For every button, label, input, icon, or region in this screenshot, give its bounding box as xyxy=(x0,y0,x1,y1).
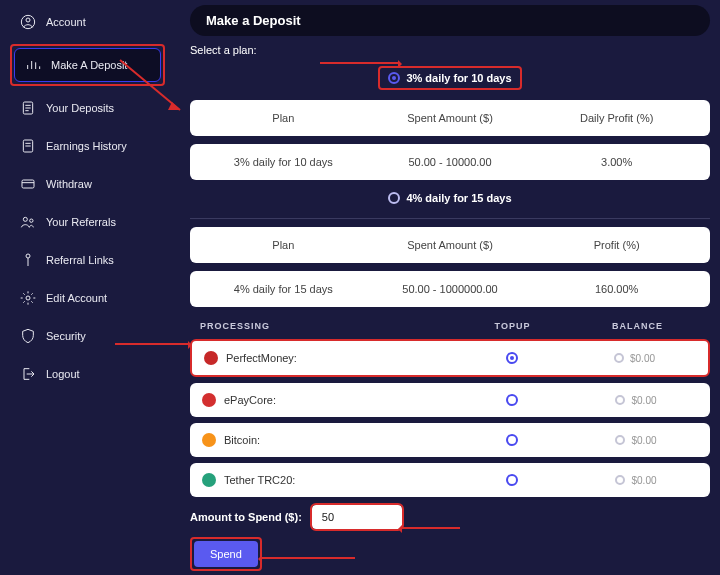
perfectmoney-icon xyxy=(204,351,218,365)
sidebar-item-referrals[interactable]: Your Referrals xyxy=(10,206,165,238)
processing-row-tether[interactable]: Tether TRC20: $0.00 xyxy=(190,463,710,497)
radio-icon xyxy=(506,394,518,406)
col-profit: Profit (%) xyxy=(533,239,700,251)
plan1-radio-bar: 3% daily for 10 days xyxy=(190,66,710,90)
select-plan-label: Select a plan: xyxy=(190,44,710,56)
processing-header: PROCESSING TOPUP BALANCE xyxy=(190,315,710,339)
col-plan: Plan xyxy=(200,239,367,251)
cell-plan: 4% daily for 15 days xyxy=(200,283,367,295)
gear-icon xyxy=(20,290,36,306)
sidebar-item-logout[interactable]: Logout xyxy=(10,358,165,390)
proc-name: ePayCore: xyxy=(224,394,276,406)
balance-radio[interactable]: $0.00 xyxy=(574,395,698,406)
plan1-radio-label: 3% daily for 10 days xyxy=(406,72,511,84)
radio-icon xyxy=(614,353,624,363)
bars-icon xyxy=(25,57,41,73)
col-spent: Spent Amount ($) xyxy=(367,112,534,124)
epaycore-icon xyxy=(202,393,216,407)
plan1-row-table: 3% daily for 10 days 50.00 - 10000.00 3.… xyxy=(190,144,710,180)
sidebar-item-label: Earnings History xyxy=(46,140,127,152)
balance-radio[interactable]: $0.00 xyxy=(574,475,698,486)
balance-radio[interactable]: $0.00 xyxy=(573,353,696,364)
proc-name: PerfectMoney: xyxy=(226,352,297,364)
sidebar-item-account[interactable]: Account xyxy=(10,6,165,38)
sidebar-item-label: Referral Links xyxy=(46,254,114,266)
radio-icon xyxy=(506,352,518,364)
table-header: Plan Spent Amount ($) Profit (%) xyxy=(190,227,710,263)
processing-row-epaycore[interactable]: ePayCore: $0.00 xyxy=(190,383,710,417)
annotation-arrow xyxy=(320,62,400,64)
main-content: Make a Deposit Select a plan: 3% daily f… xyxy=(190,5,710,571)
amount-row: Amount to Spend ($): xyxy=(190,505,710,529)
cell-spent: 50.00 - 1000000.00 xyxy=(367,283,534,295)
logout-icon xyxy=(20,366,36,382)
plan2-radio-label: 4% daily for 15 days xyxy=(406,192,511,204)
processing-row-perfectmoney[interactable]: PerfectMoney: $0.00 xyxy=(190,339,710,377)
proc-name: Tether TRC20: xyxy=(224,474,295,486)
cell-profit: 3.00% xyxy=(533,156,700,168)
sidebar-item-security[interactable]: Security xyxy=(10,320,165,352)
table-row: 3% daily for 10 days 50.00 - 10000.00 3.… xyxy=(190,144,710,180)
radio-icon xyxy=(615,395,625,405)
radio-dot-icon xyxy=(388,192,400,204)
sidebar-item-earnings[interactable]: Earnings History xyxy=(10,130,165,162)
radio-icon xyxy=(506,474,518,486)
balance-value: $0.00 xyxy=(631,395,656,406)
amount-input[interactable] xyxy=(312,505,402,529)
cell-plan: 3% daily for 10 days xyxy=(200,156,367,168)
svg-line-9 xyxy=(120,60,180,110)
col-spent: Spent Amount ($) xyxy=(367,239,534,251)
radio-icon xyxy=(615,435,625,445)
balance-radio[interactable]: $0.00 xyxy=(574,435,698,446)
sidebar-item-label: Withdraw xyxy=(46,178,92,190)
history-icon xyxy=(20,138,36,154)
page-title: Make a Deposit xyxy=(190,5,710,36)
col-topup: TOPUP xyxy=(450,321,575,331)
annotation-arrow xyxy=(400,527,460,529)
bitcoin-icon xyxy=(202,433,216,447)
proc-name: Bitcoin: xyxy=(224,434,260,446)
sidebar-item-label: Account xyxy=(46,16,86,28)
sidebar-item-referral-links[interactable]: Referral Links xyxy=(10,244,165,276)
document-icon xyxy=(20,100,36,116)
amount-label: Amount to Spend ($): xyxy=(190,511,302,523)
sidebar-item-withdraw[interactable]: Withdraw xyxy=(10,168,165,200)
topup-radio[interactable] xyxy=(450,434,574,446)
col-plan: Plan xyxy=(200,112,367,124)
sidebar-item-label: Logout xyxy=(46,368,80,380)
svg-point-1 xyxy=(26,18,30,22)
svg-point-5 xyxy=(23,217,27,221)
sidebar-item-edit-account[interactable]: Edit Account xyxy=(10,282,165,314)
col-profit: Daily Profit (%) xyxy=(533,112,700,124)
radio-icon xyxy=(615,475,625,485)
divider xyxy=(190,218,710,219)
annotation-arrow xyxy=(115,343,190,345)
sidebar-item-label: Edit Account xyxy=(46,292,107,304)
topup-radio[interactable] xyxy=(450,352,573,364)
annotation-box-spend: Spend xyxy=(190,537,262,571)
sidebar-item-label: Your Referrals xyxy=(46,216,116,228)
processing-row-bitcoin[interactable]: Bitcoin: $0.00 xyxy=(190,423,710,457)
svg-point-6 xyxy=(30,219,33,222)
balance-value: $0.00 xyxy=(631,475,656,486)
svg-point-8 xyxy=(26,296,30,300)
plan2-row-table: 4% daily for 15 days 50.00 - 1000000.00 … xyxy=(190,271,710,307)
svg-point-7 xyxy=(26,254,30,258)
users-icon xyxy=(20,214,36,230)
table-header: Plan Spent Amount ($) Daily Profit (%) xyxy=(190,100,710,136)
shield-icon xyxy=(20,328,36,344)
balance-value: $0.00 xyxy=(631,435,656,446)
col-processing: PROCESSING xyxy=(200,321,450,331)
topup-radio[interactable] xyxy=(450,394,574,406)
spend-button[interactable]: Spend xyxy=(194,541,258,567)
sidebar-item-label: Make A Deposit xyxy=(51,59,127,71)
cell-profit: 160.00% xyxy=(533,283,700,295)
plan2-radio-bar: 4% daily for 15 days xyxy=(190,188,710,208)
balance-value: $0.00 xyxy=(630,353,655,364)
svg-rect-4 xyxy=(22,180,34,188)
topup-radio[interactable] xyxy=(450,474,574,486)
plan2-radio[interactable]: 4% daily for 15 days xyxy=(380,188,519,208)
card-icon xyxy=(20,176,36,192)
col-balance: BALANCE xyxy=(575,321,700,331)
plan1-radio[interactable]: 3% daily for 10 days xyxy=(378,66,521,90)
